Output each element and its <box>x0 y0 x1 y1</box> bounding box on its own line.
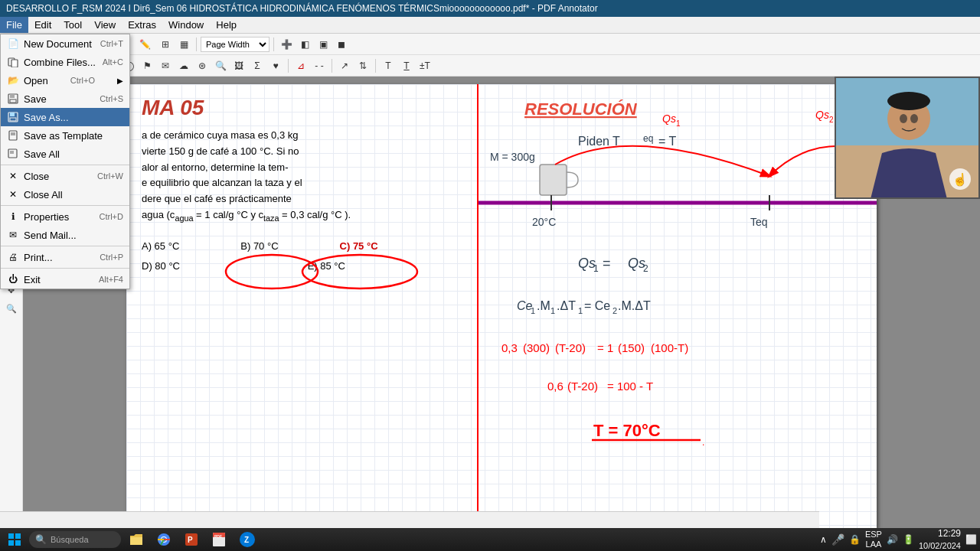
magnify-btn[interactable]: 🔍 <box>212 57 229 74</box>
menu-close-all[interactable]: ✕ Close All <box>1 185 129 204</box>
combine-shortcut: Alt+C <box>103 57 123 67</box>
problem-text: a de cerámico cuya masa es 0,3 kg vierte… <box>126 124 477 229</box>
toolbar-1: 📄 📂 ✕ 💾 ↩ ↪ ✏️ ⊞ ▦ Page Width Fit Page 1… <box>0 34 980 55</box>
file-dropdown-menu: 📄 New Document Ctrl+T Combine Files... A… <box>0 34 130 289</box>
windows-start-btn[interactable] <box>3 530 26 549</box>
close-all-icon: ✕ <box>7 188 19 201</box>
close-menu-icon: ✕ <box>7 170 19 182</box>
taskbar: 🔍 Búsqueda P PDF <box>0 528 980 551</box>
menu-tool[interactable]: Tool <box>57 17 88 33</box>
menu-save-template[interactable]: Save as Template <box>1 126 129 145</box>
taskbar-powerpoint[interactable]: P <box>179 530 204 549</box>
properties-shortcut: Ctrl+D <box>100 212 123 221</box>
view-btn3[interactable]: ◼ <box>333 36 350 53</box>
page-width-select[interactable]: Page Width Fit Page 100% <box>201 37 270 52</box>
taskbar-search[interactable]: 🔍 Búsqueda <box>29 531 121 548</box>
menu-save[interactable]: Save Ctrl+S <box>1 90 129 108</box>
transform-btn[interactable]: ↗ <box>336 57 353 74</box>
menu-save-as[interactable]: Save As... <box>1 108 129 126</box>
tool-zoom[interactable]: 🔍 <box>2 300 21 317</box>
taskbar-chrome[interactable] <box>152 530 176 549</box>
menu-exit[interactable]: ⏻ Exit Alt+F4 <box>1 270 129 289</box>
taskbar-file-explorer[interactable] <box>124 530 149 549</box>
option-a: A) 65 °C <box>142 236 179 256</box>
menu-properties[interactable]: ℹ Properties Ctrl+D <box>1 207 129 226</box>
menu-combine-files[interactable]: Combine Files... Alt+C <box>1 53 129 71</box>
taskbar-datetime: 12:29 10/02/2024 <box>919 528 961 551</box>
svg-text:Z: Z <box>244 536 249 544</box>
taskbar-app-blue[interactable]: Z <box>234 530 260 549</box>
svg-text:T = 70°C: T = 70°C <box>593 421 661 440</box>
print-icon: 🖨 <box>7 251 19 263</box>
sigma-btn[interactable]: Σ <box>249 57 266 74</box>
menu-save-all[interactable]: Save All <box>1 145 129 163</box>
menu-open[interactable]: 📂 Open Ctrl+O ▶ <box>1 71 129 90</box>
text-btn[interactable]: T <box>380 57 397 74</box>
taskbar-mic-icon[interactable]: 🎤 <box>831 533 844 546</box>
mail-btn[interactable]: ✉ <box>157 57 174 74</box>
properties-label: Properties <box>24 211 69 223</box>
menu-print[interactable]: 🖨 Print... Ctrl+P <box>1 248 129 266</box>
view-btn1[interactable]: ◧ <box>296 36 313 53</box>
svg-rect-67 <box>8 540 14 546</box>
new-doc-icon: 📄 <box>7 37 19 50</box>
problem-line3: alor al entorno, determine la tem- <box>142 161 288 173</box>
texta-btn[interactable]: T <box>398 57 415 74</box>
svg-text:Qs: Qs <box>628 256 645 271</box>
menu-close[interactable]: ✕ Close Ctrl+W <box>1 167 129 185</box>
taskbar-battery-icon[interactable]: 🔋 <box>903 534 914 545</box>
svg-text:= 100 - T: = 100 - T <box>607 380 653 393</box>
taskbar-network-icon[interactable]: 🔒 <box>849 534 861 545</box>
option-d: D) 80 °C <box>142 260 180 272</box>
grid-btn[interactable]: ⊞ <box>157 36 174 53</box>
flag-btn[interactable]: ⚑ <box>139 57 155 74</box>
search-placeholder: Búsqueda <box>51 535 89 544</box>
resolution-svg: RESOLUCIÓN Piden T eq = T Qs 1 Qs 2 M = … <box>479 84 877 528</box>
combine-icon <box>7 56 19 68</box>
dash-btn[interactable]: - - <box>311 57 328 74</box>
menu-view[interactable]: View <box>88 17 122 33</box>
layout-btn[interactable]: ▦ <box>175 36 192 53</box>
menu-edit[interactable]: Edit <box>28 17 57 33</box>
menu-window[interactable]: Window <box>162 17 210 33</box>
menu-extras[interactable]: Extras <box>122 17 162 33</box>
save-as-icon <box>7 111 19 123</box>
lasso-btn[interactable]: ⊛ <box>194 57 211 74</box>
svg-text:20°C: 20°C <box>532 216 556 228</box>
status-bar <box>0 511 819 528</box>
svg-text:.M.ΔT: .M.ΔT <box>618 299 651 312</box>
view-btn2[interactable]: ▣ <box>315 36 332 53</box>
close-shortcut: Ctrl+W <box>97 171 123 181</box>
taskbar-notification[interactable]: ⬜ <box>965 534 977 545</box>
heart-btn[interactable]: ♥ <box>267 57 284 74</box>
menu-file[interactable]: File <box>0 17 28 33</box>
taskbar-pdf[interactable]: PDF <box>207 530 231 549</box>
svg-point-50 <box>900 114 907 123</box>
svg-text:.ΔT: .ΔT <box>557 299 576 312</box>
svg-rect-55 <box>10 94 15 98</box>
image-btn[interactable]: 🖼 <box>230 57 247 74</box>
menu-help[interactable]: Help <box>210 17 243 33</box>
save-as-label: Save As... <box>24 112 69 123</box>
taskbar-volume-icon[interactable]: 🔊 <box>887 534 898 545</box>
menu-new-document[interactable]: 📄 New Document Ctrl+T <box>1 34 129 53</box>
svg-text:.M: .M <box>537 299 550 312</box>
color-arrow-btn[interactable]: ⊿ <box>292 57 309 74</box>
svg-rect-60 <box>9 131 17 140</box>
svg-text:= Ce: = Ce <box>584 299 610 312</box>
svg-text:Piden T: Piden T <box>578 135 620 148</box>
cloud-btn[interactable]: ☁ <box>175 57 192 74</box>
taskbar-chevron[interactable]: ∧ <box>820 534 827 545</box>
print-label: Print... <box>24 252 53 263</box>
annotate-btn[interactable]: ✏️ <box>134 36 155 53</box>
print-shortcut: Ctrl+P <box>100 253 123 262</box>
close-label: Close <box>24 171 49 182</box>
save-shortcut: Ctrl+S <box>100 94 123 103</box>
sep7 <box>288 59 289 73</box>
new-doc-label: New Document <box>24 38 92 50</box>
flip-btn[interactable]: ⇅ <box>354 57 371 74</box>
textb-btn[interactable]: ±T <box>416 57 433 74</box>
close-all-label: Close All <box>24 189 63 201</box>
add-page-btn[interactable]: ➕ <box>278 36 295 53</box>
menu-send-mail[interactable]: ✉ Send Mail... <box>1 226 129 244</box>
